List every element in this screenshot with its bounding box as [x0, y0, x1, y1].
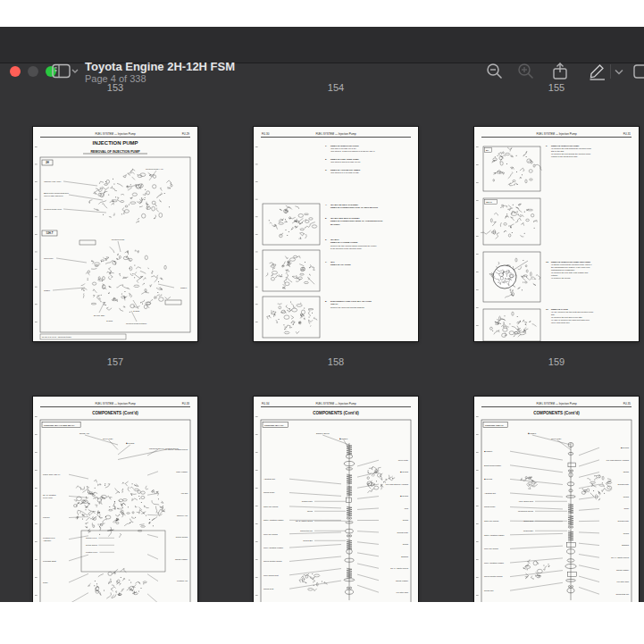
- svg-text:(a) Remove the nuts holding t: (a) Remove the nuts holding the injectio…: [551, 147, 592, 149]
- svg-text:REMOVE CONNECTING ROD OF EDIC: REMOVE CONNECTING ROD OF EDIC MOTOR: [330, 206, 378, 209]
- svg-text:Inner Adjusting Washer: Inner Adjusting Washer: [263, 547, 283, 548]
- svg-text:5.: 5.: [325, 217, 327, 220]
- svg-text:2.: 2.: [325, 158, 327, 161]
- svg-text:Sealing Plate: Sealing Plate: [397, 531, 408, 533]
- svg-text:INJECTION PUMP: INJECTION PUMP: [92, 140, 138, 146]
- svg-text:FU-29: FU-29: [182, 132, 190, 136]
- page-thumbnail-2[interactable]: FU-30FUEL SYSTEM — Injection Pump1.REMOV…: [254, 127, 418, 341]
- svg-text:Governor (2H A/T): Governor (2H A/T): [264, 424, 284, 427]
- svg-text:Lever (M/T): Lever (M/T): [43, 497, 53, 498]
- svg-text:valve) and return pipe.: valve) and return pipe.: [551, 322, 571, 323]
- svg-text:◆ Gasket: ◆ Gasket: [528, 432, 537, 435]
- markup-menu-button[interactable]: [613, 62, 634, 81]
- svg-text:Injection Pump (A/T): Injection Pump (A/T): [146, 168, 163, 170]
- svg-text:COMPONENTS (Cont'd): COMPONENTS (Cont'd): [92, 411, 138, 415]
- window-title: Toyota Engine 2H-12H FSM: [85, 60, 235, 73]
- svg-text:Bushing: Bushing: [622, 544, 630, 546]
- svg-text:Thrust Washer: Thrust Washer: [396, 580, 408, 581]
- page-thumbnail-4[interactable]: FUEL SYSTEM — Injection PumpFU-33COMPONE…: [33, 397, 197, 602]
- svg-text:FUEL SYSTEM — Injection Pump: FUEL SYSTEM — Injection Pump: [536, 132, 577, 136]
- svg-text:FU-31: FU-31: [623, 132, 631, 136]
- svg-text:(c) Remove the O-ring.: (c) Remove the O-ring.: [551, 277, 571, 279]
- svg-text:Round Nut: Round Nut: [484, 590, 494, 591]
- share-button[interactable]: [550, 62, 572, 81]
- page-number-label: 155: [503, 82, 610, 93]
- markup-button[interactable]: [587, 62, 608, 81]
- svg-text:Connecting Pin: Connecting Pin: [615, 593, 629, 595]
- svg-text:No. 2 Adjusting: No. 2 Adjusting: [43, 494, 56, 496]
- svg-text:Control Lever: Control Lever: [86, 537, 97, 539]
- svg-text:2H: 2H: [486, 149, 489, 152]
- svg-text:Spring: Spring: [623, 496, 630, 498]
- svg-text:Spring: Spring: [403, 519, 409, 521]
- svg-text:Inner Idle Spring: Inner Idle Spring: [484, 548, 499, 549]
- svg-text:(b) Remove the bolt and oil p: (b) Remove the bolt and oil pipe stay.: [551, 316, 583, 318]
- svg-text:REMOVAL OF INJECTION PUMP: REMOVAL OF INJECTION PUMP: [90, 150, 140, 154]
- svg-text:(See steps 1, 2 and 8 on pages: (See steps 1, 2 and 8 on pages FU-8 and …: [330, 150, 375, 153]
- svg-text:Return Spring: Return Spring: [86, 544, 98, 546]
- svg-text:6.: 6.: [325, 238, 327, 241]
- svg-text:No. 1 Adapter Screw: No. 1 Adapter Screw: [611, 556, 629, 558]
- zoom-out-button[interactable]: [485, 62, 506, 81]
- page-thumbnail-1[interactable]: FUEL SYSTEM — Injection PumpFU-29INJECTI…: [33, 127, 197, 341]
- svg-text:Joining Bolt: Joining Bolt: [303, 539, 313, 541]
- page-thumbnail-5[interactable]: FU-34FUEL SYSTEM — Injection PumpCOMPONE…: [254, 397, 418, 602]
- page-number-label: 157: [62, 356, 169, 367]
- svg-text:EDIC Motor Connecting Rod: EDIC Motor Connecting Rod: [44, 192, 70, 194]
- svg-text:Switch: Switch: [623, 471, 630, 473]
- svg-text:Thrust Washer: Thrust Washer: [616, 569, 629, 571]
- svg-text:Spring: Spring: [403, 543, 409, 545]
- svg-text:◆ O-Ring: ◆ O-Ring: [126, 442, 135, 445]
- svg-text:Sealing Plate: Sealing Plate: [617, 520, 629, 522]
- svg-text:7.: 7.: [325, 261, 327, 263]
- svg-text:Gasket: Gasket: [44, 289, 50, 291]
- svg-text:COMPONENTS (Cont'd): COMPONENTS (Cont'd): [533, 411, 580, 415]
- page-number-label: 154: [282, 82, 389, 93]
- page-thumbnail-3[interactable]: FUEL SYSTEM — Injection PumpFU-312H12H-T…: [474, 127, 639, 341]
- svg-text:Vacuum Hose (M/T): Vacuum Hose (M/T): [44, 180, 62, 182]
- preview-window: 153 154 155 FUEL SYSTEM — Injection Pump…: [0, 27, 644, 602]
- svg-text:2H: 2H: [46, 161, 49, 164]
- svg-text:Full Stop Cam: Full Stop Cam: [396, 591, 408, 593]
- titlebar[interactable]: Toyota Engine 2H-12H FSM Page 4 of 338: [0, 27, 644, 63]
- svg-text:COMPONENTS (Cont'd): COMPONENTS (Cont'd): [313, 411, 359, 415]
- svg-text:Outer Adjusting Washer: Outer Adjusting Washer: [263, 519, 284, 521]
- svg-text:Inner Spring Seat: Inner Spring Seat: [263, 574, 279, 576]
- svg-text:Floating Arm: Floating Arm: [177, 580, 188, 581]
- page-thumbnail-6[interactable]: FUEL SYSTEM — Injection PumpFU-35COMPONE…: [474, 397, 639, 602]
- svg-text:REMOVE OIL PIPES: REMOVE OIL PIPES: [330, 263, 351, 266]
- svg-text:No. 1 Adapter Screw: No. 1 Adapter Screw: [390, 567, 408, 569]
- sidebar-toggle-button[interactable]: [52, 63, 73, 82]
- svg-text:stay to the stay.: stay to the stay.: [551, 150, 565, 152]
- svg-text:Governor (2H A/T and 12H-T): Governor (2H A/T and 12H-T): [44, 424, 74, 427]
- svg-text:Injection Pump: Injection Pump: [112, 238, 125, 240]
- svg-text:Slider: Slider: [43, 581, 48, 583]
- svg-text:Oil Pipe Stay: Oil Pipe Stay: [94, 314, 106, 316]
- svg-text:Adjusting Nut: Adjusting Nut: [263, 478, 275, 480]
- svg-text:Cover Plate: Cover Plate: [551, 438, 562, 439]
- svg-text:Spring Guide: Spring Guide: [484, 506, 496, 507]
- sidebar-icon: [52, 63, 79, 80]
- svg-text:Assembly: Assembly: [43, 539, 52, 541]
- svg-text:Stopper Arm: Stopper Arm: [177, 514, 188, 516]
- zoom-in-button[interactable]: [516, 62, 538, 81]
- svg-text:Spring: Spring: [623, 532, 630, 534]
- svg-text:Cover Plate: Cover Plate: [103, 438, 113, 439]
- svg-text:Spring Seat: Spring Seat: [523, 520, 533, 522]
- svg-text:Floating Lever: Floating Lever: [43, 537, 55, 539]
- svg-text:11.: 11.: [546, 308, 549, 311]
- clipped-toolbar-button[interactable]: [632, 62, 644, 81]
- svg-text:FU-35: FU-35: [623, 402, 631, 406]
- minimize-button[interactable]: [28, 66, 38, 77]
- svg-text:FUEL SYSTEM — Injection Pump: FUEL SYSTEM — Injection Pump: [315, 132, 356, 136]
- svg-text:Return Spring: Return Spring: [176, 536, 188, 538]
- svg-text:O-Ring: O-Ring: [106, 320, 113, 322]
- svg-text:Plug: Plug: [405, 507, 409, 509]
- svg-text:Spring Guide: Spring Guide: [263, 491, 275, 493]
- svg-text:◆ Gasket: ◆ Gasket: [484, 450, 492, 453]
- svg-text:8.: 8.: [325, 300, 327, 303]
- svg-text:Knuckle: Knuckle: [43, 516, 50, 518]
- svg-text:Collar: Collar: [623, 507, 629, 509]
- svg-text:Injection Pump (M/T): Injection Pump (M/T): [44, 208, 63, 210]
- close-button[interactable]: [10, 66, 21, 77]
